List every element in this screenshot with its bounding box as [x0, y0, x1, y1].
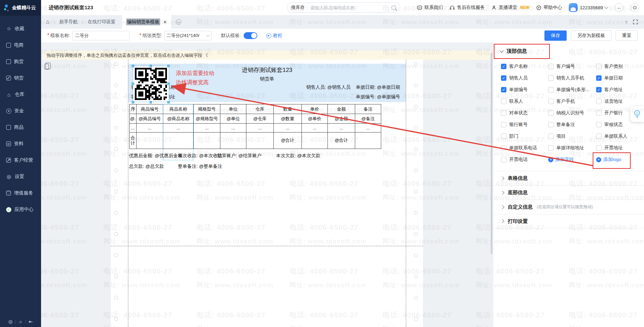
add-field-link[interactable]: +添加字段: [548, 156, 596, 163]
search-icon[interactable]: [391, 5, 396, 10]
target-icon[interactable]: ◎: [9, 319, 13, 324]
sidebar-item-funds[interactable]: ¥资金: [0, 103, 41, 119]
field-checkbox-order-remark[interactable]: 整单备注: [548, 122, 596, 128]
field-checkbox-customer-type[interactable]: 客户类别: [596, 63, 644, 70]
doc-subtitle[interactable]: 销货单: [128, 76, 406, 82]
tab-edit-sales-template[interactable]: 编辑销货单模板 ✕: [122, 15, 171, 29]
doc-settlement-account[interactable]: 结算账户: @结算账户: [217, 153, 261, 159]
template-name-input[interactable]: [72, 31, 130, 40]
field-checkbox-taxpayer-id[interactable]: 纳税人识别号: [548, 110, 596, 116]
user-menu[interactable]: 122335689: [569, 3, 608, 12]
logout-button[interactable]: [630, 3, 639, 12]
sidebar-item-goods[interactable]: 商品: [0, 119, 41, 136]
field-checkbox-customer-no[interactable]: 客户编号: [548, 63, 596, 70]
tutorial-link[interactable]: ▶ 教程: [266, 33, 282, 39]
sidebar-item-app-center[interactable]: ✓应用中心: [0, 201, 41, 218]
contact-us-link[interactable]: 联系我们: [417, 4, 443, 11]
paper-type-select[interactable]: 二等分(241*140r: [164, 31, 211, 40]
tab-nav-guide[interactable]: 新手导航: [59, 19, 78, 25]
brightness-icon[interactable]: ☼: [18, 319, 23, 324]
field-checkbox-bill-date[interactable]: 单据日期: [596, 75, 644, 81]
field-checkbox-customer-name[interactable]: 客户名称: [501, 63, 548, 70]
resize-handle-e[interactable]: [167, 83, 170, 85]
section-custom-info[interactable]: 自定义信息(在底部区域位置可以随意拖动): [493, 200, 644, 214]
field-checkbox-delivery-addr[interactable]: 送货地址: [596, 98, 644, 104]
top-info-section-header[interactable]: 顶部信息: [493, 42, 644, 57]
checkbox-icon: [501, 145, 506, 151]
section-bottom-info[interactable]: 底部信息: [493, 185, 644, 200]
sidebar-item-purchase[interactable]: 购货: [0, 53, 41, 70]
sidebar-item-favorites[interactable]: ☆收藏: [0, 21, 41, 37]
field-checkbox-bill-detail-addr[interactable]: 单据详细地址: [548, 145, 596, 151]
checkbox-icon: [501, 64, 506, 69]
close-tab-icon[interactable]: ✕: [163, 20, 167, 25]
section-table-info[interactable]: 表格信息: [493, 171, 644, 185]
field-checkbox-bill-no[interactable]: 单据编号: [501, 87, 548, 93]
sidebar-item-sales[interactable]: ✓销货: [0, 70, 41, 86]
field-checkbox-salesman[interactable]: 销售人员: [501, 75, 548, 81]
doc-total-arrears[interactable]: 总欠款: @总欠款: [129, 163, 164, 169]
sidebar-item-settings[interactable]: ◎设置: [0, 168, 41, 185]
search-scope-label[interactable]: 搜库存: [291, 4, 305, 11]
resize-handle-s[interactable]: [150, 101, 152, 103]
field-checkbox-bill-contact[interactable]: 单据联系人: [596, 133, 644, 139]
resize-handle-ne[interactable]: [167, 65, 170, 67]
doc-bill-date-field[interactable]: 单据日期: @单据日期: [356, 84, 400, 90]
live-class-link[interactable]: 直播课堂 NEW: [491, 4, 529, 11]
field-checkbox-bill-contact-phone[interactable]: 单据联系电话: [501, 145, 548, 151]
save-button[interactable]: 保存: [544, 30, 567, 41]
after-sales-link[interactable]: 售后在线服务: [450, 4, 485, 11]
selected-column-outline[interactable]: [163, 104, 193, 160]
canvas-scrollbar[interactable]: [491, 53, 492, 254]
sidebar-item-value-added[interactable]: ♡增值服务: [0, 185, 41, 201]
field-checkbox-salesman-phone[interactable]: 销售人员手机: [548, 75, 596, 81]
field-checkbox-audit-status[interactable]: 审核状态: [596, 122, 644, 128]
section-print-setting[interactable]: 打印设置: [493, 214, 644, 228]
doc-current-arrears[interactable]: 本次欠款: @本次欠款: [276, 153, 320, 159]
field-checkbox-department[interactable]: 部门: [501, 133, 548, 139]
field-checkbox-customer-addr[interactable]: 客户地址: [596, 87, 644, 93]
default-template-toggle[interactable]: [244, 32, 257, 39]
field-checkbox-invoice-addr[interactable]: 开票地址: [596, 145, 644, 151]
field-checkbox-reconcile-status[interactable]: 对单状态: [501, 110, 548, 116]
home-tab-icon[interactable]: ⌂: [46, 18, 49, 25]
copy-icon[interactable]: [44, 64, 49, 70]
save-as-new-template-button[interactable]: 另存为新模板: [571, 30, 611, 41]
resize-handle-w[interactable]: [132, 83, 134, 85]
resize-handle-se[interactable]: [167, 101, 170, 103]
field-checkbox-bill-no-barcode[interactable]: 单据编号(条形...: [548, 87, 596, 93]
reset-button[interactable]: 重置: [616, 30, 638, 41]
resize-handle-nw[interactable]: [132, 65, 134, 67]
sidebar-item-data[interactable]: =资料: [0, 136, 41, 152]
sidebar-item-customer-ops[interactable]: ↗客户经营: [0, 152, 41, 168]
field-checkbox-contact[interactable]: 联系人: [501, 98, 548, 104]
app-logo[interactable]: 金蝶精斗云: [0, 0, 41, 16]
feed-hole: [414, 211, 418, 215]
tab-print-setting[interactable]: 在线打印设置: [88, 19, 115, 25]
scroll-top-icon[interactable]: ↑: [625, 19, 628, 25]
back-button[interactable]: ←: [615, 3, 623, 12]
sidebar-item-ecommerce[interactable]: 电商: [0, 37, 41, 53]
sidebar-item-warehouse[interactable]: ⌂仓库: [0, 86, 41, 103]
add-logo-link[interactable]: +添加logo: [596, 156, 644, 163]
inventory-search[interactable]: 搜库存: [287, 2, 400, 13]
search-input[interactable]: [310, 5, 391, 10]
help-center-link[interactable]: 帮助中心: [536, 4, 562, 11]
logo-qr-code[interactable]: [133, 66, 169, 102]
field-checkbox-invoice-phone[interactable]: 开票电话: [501, 156, 548, 163]
fullscreen-icon[interactable]: [633, 20, 638, 24]
resize-handle-sw[interactable]: [132, 101, 134, 103]
doc-salesman-field[interactable]: 销售人员: @销售人员: [306, 84, 350, 90]
template-page[interactable]: 进销存测试账套123 销货单 客户名称: @客户名称 客户地址: @客户地址 销…: [111, 60, 423, 327]
tab-list-dropdown-icon[interactable]: [176, 19, 181, 25]
field-checkbox-customer-phone[interactable]: 客户手机: [548, 98, 596, 104]
doc-bill-no-field[interactable]: 单据编号: @单据编号: [356, 94, 400, 100]
doc-header-block[interactable]: 进销存测试账套123 销货单 客户名称: @客户名称 客户地址: @客户地址 销…: [128, 64, 406, 102]
collapse-sidebar-icon[interactable]: ⇤: [29, 319, 33, 324]
field-checkbox-bank-account[interactable]: 银行账号: [501, 122, 548, 128]
tip-widget[interactable]: [630, 106, 644, 122]
field-checkbox-project[interactable]: 项目: [548, 133, 596, 139]
resize-handle-n[interactable]: [150, 65, 152, 67]
doc-title[interactable]: 进销存测试账套123: [128, 66, 406, 74]
doc-order-remark[interactable]: 整单备注: @整单备注: [178, 163, 222, 169]
